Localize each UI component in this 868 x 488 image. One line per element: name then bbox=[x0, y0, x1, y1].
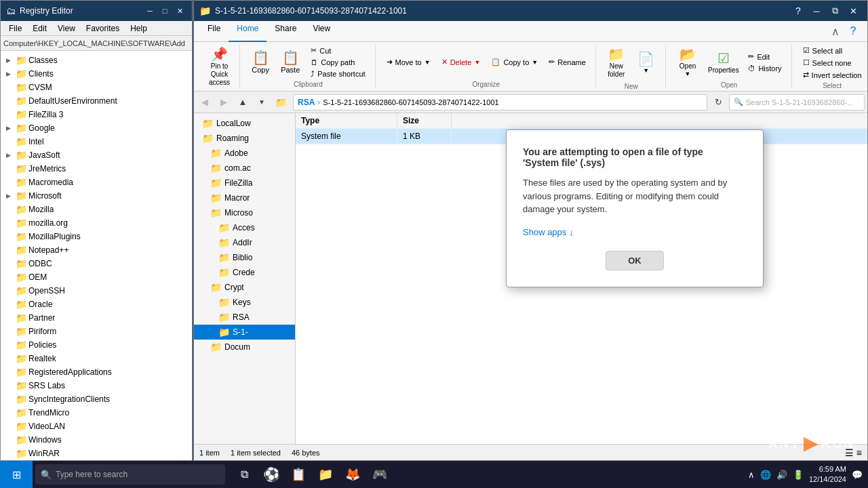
taskbar-app-folder[interactable]: 📁 bbox=[312, 461, 339, 488]
tree-item-jremetrics[interactable]: ▶📁JreMetrics bbox=[1, 162, 192, 176]
menu-edit[interactable]: Edit bbox=[27, 21, 52, 36]
dialog-footer: OK bbox=[523, 251, 747, 270]
registry-editor-menubar: File Edit View Favorites Help bbox=[1, 21, 192, 36]
tree-item-openssh[interactable]: ▶📁OpenSSH bbox=[1, 284, 192, 298]
menu-favorites[interactable]: Favorites bbox=[81, 21, 125, 36]
taskbar: ⊞ 🔍 Type here to search ⧉ ⚽ 📋 📁 🦊 🎮 ∧ 🌐 … bbox=[0, 461, 868, 488]
tree-item-winrar[interactable]: ▶📁WinRAR bbox=[1, 447, 192, 460]
tree-item-mozilla[interactable]: ▶📁Mozilla bbox=[1, 203, 192, 216]
tree-item-mozillaplugins[interactable]: ▶📁MozillaPlugins bbox=[1, 230, 192, 243]
file-explorer-window: 📁 S-1-5-21-1693682860-607145093-28740714… bbox=[193, 0, 868, 461]
taskbar-right-area: ∧ 🌐 🔊 🔋 6:59 AM 12/14/2024 💬 bbox=[748, 464, 868, 485]
system-tray-icons: ∧ bbox=[748, 470, 755, 480]
network-icon[interactable]: 🌐 bbox=[760, 470, 771, 480]
taskbar-app-clipboard[interactable]: 📋 bbox=[285, 461, 312, 488]
registry-editor-icon: 🗂 bbox=[6, 5, 16, 16]
tree-item-oem[interactable]: ▶📁OEM bbox=[1, 270, 192, 284]
search-placeholder: Type here to search bbox=[56, 470, 127, 479]
tree-item-cvsm[interactable]: ▶📁CVSM bbox=[1, 81, 192, 94]
time-display: 6:59 AM bbox=[809, 464, 846, 474]
menu-view[interactable]: View bbox=[52, 21, 81, 36]
registry-editor-window-controls: ─ □ ✕ bbox=[143, 4, 186, 18]
tree-item-policies[interactable]: ▶📁Policies bbox=[1, 338, 192, 352]
tree-item-microsoft[interactable]: ▶📁Microsoft bbox=[1, 189, 192, 203]
taskbar-pinned-apps: ⧉ ⚽ 📋 📁 🦊 🎮 bbox=[231, 461, 393, 488]
tree-item-macromedia[interactable]: ▶📁Macromedia bbox=[1, 176, 192, 189]
registry-editor-title: Registry Editor bbox=[20, 6, 143, 16]
notification-icon[interactable]: 💬 bbox=[852, 470, 863, 480]
tree-item-partner[interactable]: ▶📁Partner bbox=[1, 311, 192, 325]
tree-item-oracle[interactable]: ▶📁Oracle bbox=[1, 298, 192, 311]
windows-icon: ⊞ bbox=[12, 468, 21, 481]
search-icon: 🔍 bbox=[41, 470, 52, 480]
tree-item-windows[interactable]: ▶📁Windows bbox=[1, 433, 192, 447]
volume-icon[interactable]: 🔊 bbox=[776, 470, 787, 480]
tree-item-default-user-env[interactable]: ▶📁DefaultUserEnvironment bbox=[1, 94, 192, 108]
tree-item-filezilla3[interactable]: ▶📁FileZilla 3 bbox=[1, 108, 192, 121]
tree-item-srslabs[interactable]: ▶📁SRS Labs bbox=[1, 379, 192, 392]
registry-tree[interactable]: ▶📁Classes ▶📁Clients ▶📁CVSM ▶📁DefaultUser… bbox=[1, 51, 192, 460]
tree-item-clients[interactable]: ▶📁Clients bbox=[1, 67, 192, 81]
taskbar-app-game[interactable]: 🎮 bbox=[366, 461, 393, 488]
tree-item-odbc[interactable]: ▶📁ODBC bbox=[1, 257, 192, 270]
tree-item-videolan[interactable]: ▶📁VideoLAN bbox=[1, 420, 192, 433]
open-file-dialog: You are attempting to open a file of typ… bbox=[506, 129, 764, 287]
registry-breadcrumb: Computer\HKEY_LOCAL_MACHINE\SOFTWARE\Add bbox=[1, 36, 192, 51]
tree-item-google[interactable]: ▶📁Google bbox=[1, 121, 192, 135]
menu-file[interactable]: File bbox=[3, 21, 27, 36]
down-arrow-icon: ↓ bbox=[569, 227, 574, 237]
tree-item-registeredapps[interactable]: ▶📁RegisteredApplications bbox=[1, 365, 192, 379]
menu-help[interactable]: Help bbox=[125, 21, 153, 36]
maximize-button[interactable]: □ bbox=[158, 4, 172, 18]
tree-item-classes[interactable]: ▶📁Classes bbox=[1, 54, 192, 67]
taskbar-app-firefox[interactable]: 🦊 bbox=[339, 461, 366, 488]
tree-item-syncintegration[interactable]: ▶📁SyncIntegrationClients bbox=[1, 392, 192, 406]
taskbar-search-box[interactable]: 🔍 Type here to search bbox=[35, 464, 225, 485]
dialog-overlay: You are attempting to open a file of typ… bbox=[194, 1, 867, 460]
dialog-body: These files are used by the operating sy… bbox=[523, 176, 747, 216]
dialog-title-line1: You are attempting to open a file of typ… bbox=[523, 146, 747, 168]
taskbar-app-ball[interactable]: ⚽ bbox=[258, 461, 285, 488]
registry-editor-window: 🗂 Registry Editor ─ □ ✕ File Edit View F… bbox=[0, 0, 193, 461]
registry-editor-titlebar: 🗂 Registry Editor ─ □ ✕ bbox=[1, 1, 192, 21]
clock[interactable]: 6:59 AM 12/14/2024 bbox=[809, 464, 846, 485]
show-apps-link[interactable]: Show apps ↓ bbox=[523, 227, 747, 237]
tree-item-realtek[interactable]: ▶📁Realtek bbox=[1, 352, 192, 365]
close-button[interactable]: ✕ bbox=[173, 4, 186, 18]
minimize-button[interactable]: ─ bbox=[143, 4, 157, 18]
tree-item-mozillaorg[interactable]: ▶📁mozilla.org bbox=[1, 216, 192, 230]
tree-item-piriform[interactable]: ▶📁Piriform bbox=[1, 325, 192, 338]
date-display: 12/14/2024 bbox=[809, 474, 846, 485]
task-view-button[interactable]: ⧉ bbox=[231, 461, 258, 488]
battery-icon[interactable]: 🔋 bbox=[793, 470, 804, 480]
tree-item-notepadpp[interactable]: ▶📁Notepad++ bbox=[1, 243, 192, 257]
start-button[interactable]: ⊞ bbox=[0, 461, 33, 488]
ok-button[interactable]: OK bbox=[606, 251, 664, 270]
tree-item-trendmicro[interactable]: ▶📁TrendMicro bbox=[1, 406, 192, 420]
tree-item-javasoft[interactable]: ▶📁JavaSoft bbox=[1, 148, 192, 162]
tree-item-intel[interactable]: ▶📁Intel bbox=[1, 135, 192, 148]
